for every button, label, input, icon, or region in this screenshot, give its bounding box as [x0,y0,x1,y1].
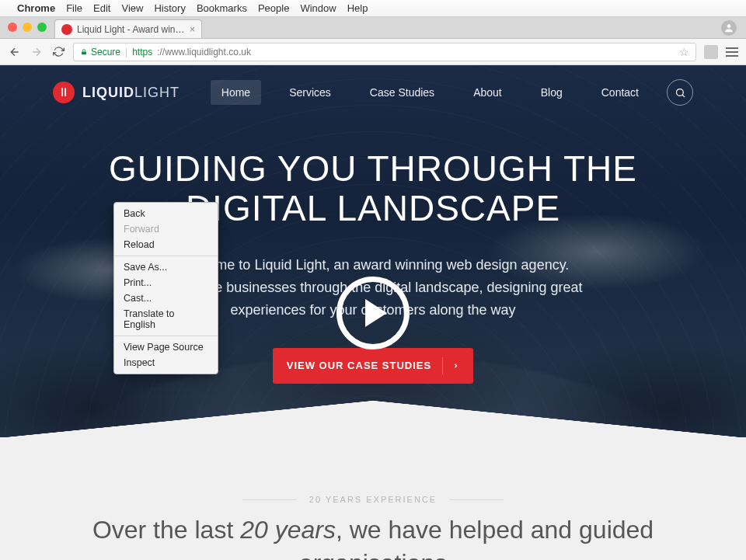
ctx-view-source[interactable]: View Page Source [114,339,218,355]
browser-tab[interactable]: Liquid Light - Award winning w × [54,19,202,38]
svg-point-0 [727,24,731,28]
macos-menubar: Chrome File Edit View History Bookmarks … [0,0,746,17]
ctx-separator [114,336,218,336]
ctx-separator [114,256,218,256]
menu-bookmarks[interactable]: Bookmarks [197,2,247,14]
hero-headline: GUIDING YOU THROUGH THE DIGITAL LANDSCAP… [0,149,746,228]
hero-section: ll LIQUIDLIGHT Home Services Case Studie… [0,65,746,438]
svg-point-2 [676,89,683,96]
address-bar[interactable]: Secure | https://www.liquidlight.co.uk ☆ [73,43,696,61]
secure-label: Secure [91,47,120,57]
nav-services[interactable]: Services [278,80,342,105]
section-divider [0,437,746,475]
window-controls [8,23,47,32]
browser-toolbar: Secure | https://www.liquidlight.co.uk ☆ [0,39,746,65]
nav-home[interactable]: Home [211,80,261,105]
search-icon [675,87,686,99]
nav-blog[interactable]: Blog [530,80,573,105]
experience-section: 20 YEARS EXPERIENCE Over the last 20 yea… [0,475,746,560]
logo-mark-icon: ll [53,82,75,103]
tab-title: Liquid Light - Award winning w [77,24,185,35]
window-zoom-button[interactable] [37,23,47,32]
window-close-button[interactable] [8,23,17,32]
app-menu[interactable]: Chrome [17,2,55,14]
svg-rect-1 [82,51,86,54]
nav-about[interactable]: About [462,80,513,105]
window-minimize-button[interactable] [23,23,32,32]
logo-text: LIQUIDLIGHT [82,85,180,101]
ctx-translate[interactable]: Translate to English [114,306,218,332]
cta-button[interactable]: VIEW OUR CASE STUDIES [273,348,473,384]
nav-case-studies[interactable]: Case Studies [359,80,445,105]
menu-view[interactable]: View [121,2,143,14]
menu-help[interactable]: Help [347,2,368,14]
cta-label: VIEW OUR CASE STUDIES [287,360,431,371]
ctx-reload[interactable]: Reload [114,237,218,252]
url-scheme: https [132,47,152,57]
ctx-inspect[interactable]: Inspect [114,355,218,370]
ctx-print[interactable]: Print... [114,275,218,290]
favicon-icon [61,24,72,35]
nav-contact[interactable]: Contact [591,80,650,105]
chrome-menu-button[interactable] [726,47,738,57]
site-logo[interactable]: ll LIQUIDLIGHT [53,82,180,103]
extension-button[interactable] [704,45,718,59]
experience-heading: Over the last 20 years, we have helped a… [47,513,699,560]
back-button[interactable] [8,45,22,59]
tab-close-button[interactable]: × [190,24,195,35]
reload-button[interactable] [51,45,65,59]
menu-edit[interactable]: Edit [93,2,110,14]
bookmark-star-button[interactable]: ☆ [679,46,689,58]
chevron-right-icon [442,357,459,374]
lock-icon [80,48,88,56]
play-overlay-button[interactable] [336,277,410,350]
search-button[interactable] [667,79,693,106]
site-header: ll LIQUIDLIGHT Home Services Case Studie… [0,65,746,120]
ctx-cast[interactable]: Cast... [114,290,218,306]
ctx-save-as[interactable]: Save As... [114,259,218,275]
context-menu: Back Forward Reload Save As... Print... … [113,202,218,374]
menu-file[interactable]: File [66,2,82,14]
primary-nav: Home Services Case Studies About Blog Co… [211,79,693,106]
ctx-back[interactable]: Back [114,206,218,221]
forward-button[interactable] [30,45,44,59]
menu-people[interactable]: People [258,2,289,14]
browser-tabstrip: Liquid Light - Award winning w × [0,17,746,39]
secure-indicator: Secure [80,47,120,57]
url-rest: ://www.liquidlight.co.uk [157,47,251,57]
menu-window[interactable]: Window [300,2,336,14]
eyebrow-label: 20 YEARS EXPERIENCE [297,495,449,504]
ctx-forward: Forward [114,221,218,237]
webpage-viewport: ll LIQUIDLIGHT Home Services Case Studie… [0,65,746,560]
menu-history[interactable]: History [154,2,185,14]
profile-avatar-button[interactable] [721,20,737,36]
